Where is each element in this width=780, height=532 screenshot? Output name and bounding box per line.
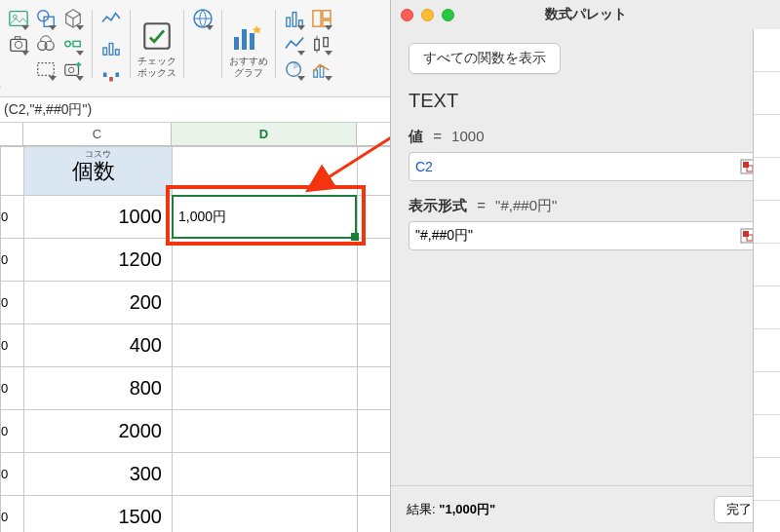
table-row: 0400 xyxy=(1,324,401,367)
svg-rect-34 xyxy=(324,38,329,47)
svg-point-13 xyxy=(68,67,74,73)
ribbon-group-links xyxy=(186,4,219,94)
svg-rect-31 xyxy=(315,39,320,50)
table-header-row: コスウ 個数 xyxy=(1,147,401,196)
arg1-preview: 1000 xyxy=(451,128,484,144)
ribbon-separator xyxy=(275,10,276,78)
smartart-icon[interactable] xyxy=(60,31,86,57)
svg-rect-10 xyxy=(73,41,80,47)
shapes-icon[interactable] xyxy=(33,6,58,31)
ribbon-group-label: 像から xyxy=(0,80,2,92)
svg-rect-23 xyxy=(242,29,247,50)
palette-titlebar: 数式パレット xyxy=(391,0,780,29)
result-text: 結果: "1,000円" xyxy=(407,501,495,518)
svg-rect-0 xyxy=(10,12,27,26)
ribbon-group-sparklines xyxy=(95,4,128,94)
table-row: 01200 xyxy=(1,239,401,282)
svg-rect-43 xyxy=(743,231,749,237)
formula-palette-panel: 数式パレット すべての関数を表示 TEXT 値 = 1000 C2 表示形式 =… xyxy=(390,0,780,532)
svg-rect-29 xyxy=(323,11,331,19)
table-row: 0800 xyxy=(1,367,401,410)
svg-rect-16 xyxy=(116,50,120,55)
header-cell-c[interactable]: コスウ 個数 xyxy=(24,147,173,196)
grid-table[interactable]: コスウ 個数 010001,000円 01200 0200 0400 0800 … xyxy=(0,146,401,532)
svg-rect-11 xyxy=(38,63,55,76)
formula-text: (C2,"#,##0円") xyxy=(4,101,92,119)
svg-rect-19 xyxy=(116,73,120,78)
svg-rect-40 xyxy=(743,162,749,168)
svg-rect-25 xyxy=(287,18,291,26)
table-row: 0200 xyxy=(1,282,401,324)
col-header-b[interactable] xyxy=(0,123,23,145)
hierarchy-chart-icon[interactable] xyxy=(309,6,334,31)
statistic-chart-icon[interactable] xyxy=(309,31,334,57)
arg2-label: 表示形式 xyxy=(409,197,467,213)
table-row: 010001,000円 xyxy=(1,196,401,239)
background-grid xyxy=(753,29,780,532)
svg-rect-28 xyxy=(313,11,321,26)
header-cell-text: 個数 xyxy=(72,159,115,183)
arg2-row: 表示形式 = "#,##0円" xyxy=(409,197,762,215)
svg-rect-12 xyxy=(65,64,79,75)
window-minimize-button[interactable] xyxy=(421,9,434,21)
svg-point-1 xyxy=(14,15,18,19)
pie-chart-icon[interactable] xyxy=(282,57,307,82)
arg1-row: 値 = 1000 xyxy=(409,128,762,146)
ribbon-group-recommended-charts: おすすめ グラフ xyxy=(224,4,273,94)
show-all-functions-button[interactable]: すべての関数を表示 xyxy=(409,43,561,74)
sparkline-line-icon[interactable] xyxy=(98,6,124,31)
window-zoom-button[interactable] xyxy=(442,9,454,21)
svg-rect-6 xyxy=(15,37,20,40)
svg-rect-37 xyxy=(320,66,324,77)
arg1-input[interactable]: C2 xyxy=(409,152,762,181)
svg-rect-15 xyxy=(109,44,113,56)
ruby-text: コスウ xyxy=(24,148,172,161)
icons-icon[interactable] xyxy=(33,31,58,57)
ribbon-separator xyxy=(92,10,93,78)
combo-chart-icon[interactable] xyxy=(309,57,334,82)
sparkline-column-icon[interactable] xyxy=(98,35,124,60)
cell-d2[interactable]: 1,000円 xyxy=(173,196,358,239)
arg1-input-text: C2 xyxy=(415,159,433,174)
function-name: TEXT xyxy=(409,90,762,112)
ribbon-group-checkbox: チェック ボックス xyxy=(133,4,181,94)
ribbon-separator xyxy=(221,10,222,78)
svg-point-2 xyxy=(38,11,49,21)
col-header-d[interactable]: D xyxy=(172,123,357,145)
svg-rect-26 xyxy=(292,13,296,27)
sparkline-winloss-icon[interactable] xyxy=(98,64,124,90)
svg-rect-24 xyxy=(250,33,254,50)
svg-point-9 xyxy=(65,41,71,47)
ribbon-separator xyxy=(183,10,184,78)
arg2-preview: "#,##0円" xyxy=(495,197,557,213)
svg-rect-17 xyxy=(103,73,107,78)
ribbon-group-charts xyxy=(278,4,338,94)
table-row: 02000 xyxy=(1,410,401,453)
svg-rect-22 xyxy=(234,37,239,50)
arg2-input[interactable]: "#,##0円" xyxy=(409,221,762,250)
pictures-icon[interactable] xyxy=(6,6,31,31)
3d-models-icon[interactable] xyxy=(60,6,86,31)
ribbon-separator xyxy=(130,10,131,78)
svg-rect-18 xyxy=(109,77,113,82)
camera-plus-icon[interactable] xyxy=(60,57,86,82)
line-chart-icon[interactable] xyxy=(282,31,307,57)
camera-icon[interactable] xyxy=(6,31,31,57)
checkbox-label: チェック ボックス xyxy=(137,56,176,79)
arg2-input-text: "#,##0円" xyxy=(415,227,473,245)
col-header-c[interactable]: C xyxy=(23,123,172,145)
svg-point-5 xyxy=(15,41,21,48)
palette-footer: 結果: "1,000円" 完了 xyxy=(391,485,780,532)
window-close-button[interactable] xyxy=(401,9,413,21)
svg-rect-14 xyxy=(103,48,107,55)
table-row: 0300 xyxy=(1,453,401,496)
ribbon-group-insert-media: 像から xyxy=(2,4,90,94)
table-row: 01500 xyxy=(1,496,401,533)
screenshot2-icon[interactable] xyxy=(33,57,58,82)
recommended-charts-button[interactable] xyxy=(228,19,269,54)
recommended-charts-label: おすすめ グラフ xyxy=(229,56,268,79)
checkbox-button[interactable] xyxy=(136,19,177,54)
link-icon[interactable] xyxy=(190,6,215,31)
svg-rect-20 xyxy=(144,23,170,49)
column-chart-icon[interactable] xyxy=(282,6,307,31)
